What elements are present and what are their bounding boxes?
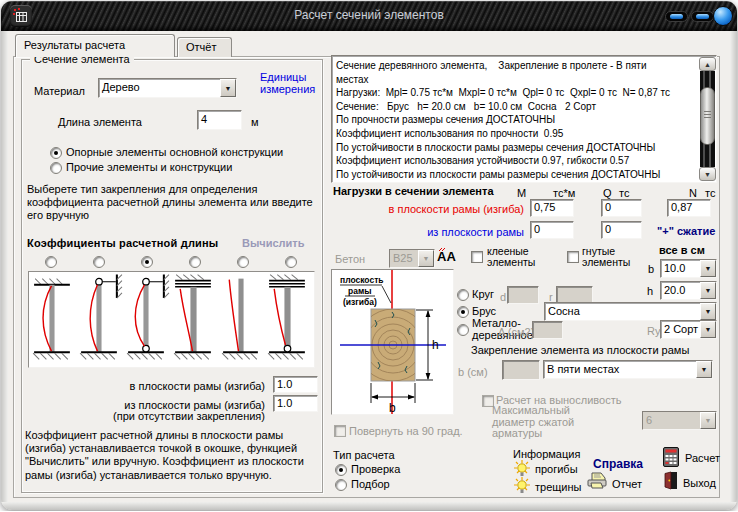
loads-heading: Нагрузки в сечении элемента (333, 185, 494, 197)
calculator-icon[interactable] (663, 447, 679, 467)
tab-results[interactable]: Результаты расчета (15, 34, 175, 57)
concrete-label: Бетон (335, 253, 365, 265)
maximize-button[interactable] (691, 11, 714, 22)
rotate-90-checkbox (334, 425, 346, 437)
species-value: Сосна (545, 303, 700, 320)
plane-label-line3: (изгиба) (343, 297, 377, 307)
support-other-label[interactable]: Прочие элементы и конструкции (66, 161, 232, 173)
a-input (532, 321, 563, 339)
bent-elements-checkbox[interactable] (567, 251, 579, 263)
support-other-radio[interactable] (50, 162, 62, 174)
coeff-in-plane-input[interactable]: 1.0 (273, 376, 318, 393)
q-in-plane-input[interactable]: 0 (601, 199, 642, 217)
shape-circle-label[interactable]: Круг (472, 288, 494, 300)
bracing-select[interactable]: В пяти местах ▼ (543, 360, 713, 379)
chevron-down-icon[interactable]: ▼ (696, 361, 712, 378)
exit-door-icon[interactable] (663, 471, 678, 490)
scroll-down-button[interactable]: ▼ (699, 167, 716, 181)
chevron-down-icon[interactable]: ▼ (700, 282, 716, 299)
d-label: d (500, 291, 506, 303)
col-n-label: N (689, 187, 697, 199)
concrete-select: В25 ▼ (389, 249, 435, 268)
scheme-radio-2[interactable] (93, 256, 105, 268)
support-main-label[interactable]: Опорные элементы основной конструкции (66, 146, 283, 158)
tab-report[interactable]: Отчёт (177, 37, 232, 57)
col-n-unit: тс (705, 187, 715, 199)
results-textarea[interactable]: Сечение деревянного элемента, Закреплени… (331, 55, 717, 183)
bulb-icon[interactable] (514, 477, 530, 494)
shape-metal-wood-radio[interactable] (457, 324, 469, 336)
m-out-plane-value: 0 (534, 223, 540, 235)
species-select[interactable]: Сосна ▼ (544, 302, 717, 321)
deflections-label[interactable]: прогибы (535, 463, 578, 475)
max-diameter-value: 6 (643, 412, 700, 429)
b-select[interactable]: 10.0 ▼ (660, 259, 717, 278)
chevron-down-icon: ▼ (700, 412, 716, 429)
m-out-plane-input[interactable]: 0 (530, 221, 574, 239)
plane-label-line1: плоскость (340, 275, 384, 285)
scheme-radio-1[interactable] (45, 256, 57, 268)
shape-bar-radio[interactable] (457, 306, 469, 318)
scheme-radio-5[interactable] (237, 256, 249, 268)
close-button[interactable] (713, 6, 733, 26)
bracing-value: В пяти местах (544, 361, 696, 378)
scheme-radio-4[interactable] (189, 256, 201, 268)
exit-button-label[interactable]: Выход (683, 477, 716, 489)
chevron-down-icon[interactable]: ▼ (700, 321, 716, 338)
buckling-scheme-pinned-fixed (76, 272, 123, 367)
calc-pick-label[interactable]: Подбор (351, 478, 390, 490)
m-in-plane-input[interactable]: 0,75 (530, 199, 574, 217)
buckling-scheme-sliding-pinned (264, 272, 311, 367)
cross-section-panel: h b плоскость рамы (изгиба) (331, 269, 454, 415)
loads-out-plane-label: из плоскости рамы (331, 226, 524, 238)
col-m-label: М (517, 187, 526, 199)
length-unit-label: м (251, 116, 259, 128)
rotate-90-label: Повернуть на 90 град. (349, 425, 463, 437)
compute-link: Вычислить (242, 237, 305, 249)
length-input[interactable]: 4 (197, 110, 242, 130)
h-select[interactable]: 20.0 ▼ (660, 281, 717, 300)
calc-check-label[interactable]: Проверка (351, 463, 400, 475)
calc-pick-radio[interactable] (335, 479, 347, 491)
help-link[interactable]: Справка (593, 457, 643, 471)
calc-check-radio[interactable] (335, 464, 347, 476)
window-bottom-edge (1, 502, 737, 510)
scheme-radio-3[interactable] (141, 256, 153, 268)
plane-label-line2: рамы (348, 286, 371, 296)
scheme-radio-6[interactable] (285, 256, 297, 268)
n-input[interactable]: 0,87 (667, 199, 711, 217)
calc-button-label[interactable]: Расчет (685, 452, 720, 464)
shape-circle-radio[interactable] (457, 289, 469, 301)
m-in-plane-value: 0,75 (534, 201, 555, 213)
font-icon[interactable]: АА (437, 247, 459, 264)
support-main-radio[interactable] (50, 147, 62, 159)
material-select[interactable]: Дерево ▼ (98, 78, 237, 98)
shape-bar-label[interactable]: Брус (472, 305, 496, 317)
bent-elements-label[interactable]: гнутые элементы (582, 246, 638, 268)
max-diameter-select: 6 ▼ (642, 411, 717, 430)
bulb-icon[interactable] (514, 460, 530, 477)
grade-select[interactable]: 2 Сорт ▼ (660, 320, 717, 339)
chevron-down-icon[interactable]: ▼ (220, 79, 236, 97)
glued-elements-label[interactable]: клееные элементы (487, 246, 545, 268)
chevron-down-icon[interactable]: ▼ (700, 303, 716, 320)
svg-text:АА: АА (437, 249, 456, 264)
cracks-label[interactable]: трещины (535, 481, 581, 493)
results-scrollbar[interactable]: ▲ ▼ (699, 57, 716, 181)
units-link[interactable]: Единицы измерения (260, 71, 324, 95)
report-icon[interactable] (586, 472, 609, 490)
q-out-plane-input[interactable]: 0 (601, 221, 642, 239)
scroll-up-button[interactable]: ▲ (699, 57, 716, 71)
h-dim-label: h (647, 285, 653, 297)
minimize-button[interactable] (665, 11, 688, 22)
report-button-label[interactable]: Отчет (612, 478, 642, 490)
chevron-down-icon[interactable]: ▼ (700, 260, 716, 277)
minimize-icon (670, 14, 683, 19)
length-label: Длина элемента (58, 116, 142, 128)
buckling-scheme-pinned-pinned (123, 272, 170, 367)
cross-section-diagram: h b плоскость рамы (изгиба) (332, 270, 453, 414)
coeff-out-plane-input[interactable]: 1.0 (273, 395, 318, 412)
glued-elements-checkbox[interactable] (471, 251, 483, 263)
scroll-thumb[interactable] (700, 87, 715, 145)
material-label: Материал (34, 85, 85, 97)
